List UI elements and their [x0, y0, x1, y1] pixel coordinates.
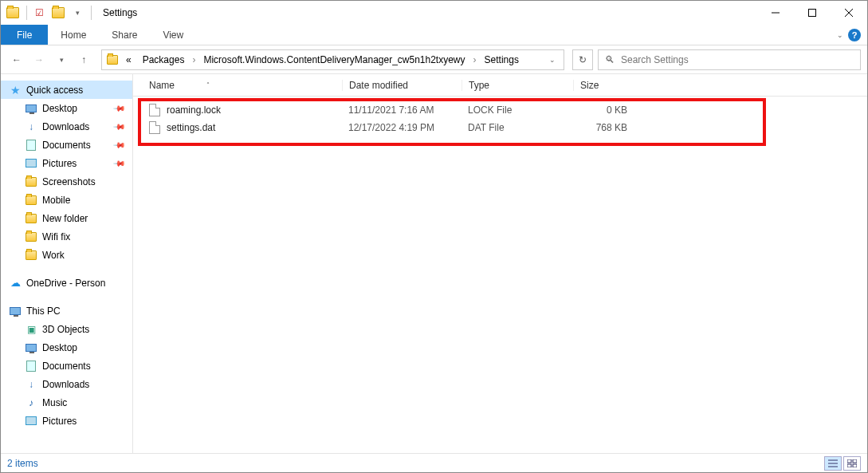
column-type[interactable]: Type	[461, 80, 573, 91]
pictures-icon	[25, 415, 37, 428]
sidebar-item-wifi-fix[interactable]: Wifi fix	[1, 227, 132, 246]
breadcrumb-item[interactable]: Packages	[138, 50, 190, 69]
desktop-icon	[25, 341, 37, 354]
sidebar-item-work[interactable]: Work	[1, 246, 132, 264]
sidebar-item-mobile[interactable]: Mobile	[1, 191, 132, 209]
sort-ascending-icon: ˄	[206, 81, 210, 89]
forward-button[interactable]: →	[29, 50, 49, 69]
sidebar-item-documents[interactable]: Documents	[1, 357, 132, 375]
downloads-icon: ↓	[25, 378, 37, 391]
tab-view[interactable]: View	[150, 25, 196, 45]
chevron-right-icon[interactable]: ›	[472, 54, 478, 65]
sidebar-item-music[interactable]: ♪Music	[1, 393, 132, 412]
svg-rect-1	[809, 10, 816, 17]
svg-rect-9	[847, 464, 851, 467]
breadcrumb-overflow[interactable]: «	[121, 50, 136, 69]
svg-rect-10	[853, 464, 857, 467]
breadcrumb-item[interactable]: Microsoft.Windows.ContentDeliveryManager…	[198, 50, 469, 69]
file-type: DAT File	[461, 122, 573, 133]
address-bar[interactable]: « Packages › Microsoft.Windows.ContentDe…	[101, 49, 564, 70]
column-headers: Name ˄ Date modified Type Size	[133, 74, 867, 97]
up-button[interactable]: ↑	[74, 50, 93, 69]
folder-icon	[25, 212, 37, 225]
file-name: settings.dat	[167, 122, 215, 133]
tab-share[interactable]: Share	[99, 25, 150, 45]
sidebar-quick-access[interactable]: ★ Quick access	[1, 81, 132, 99]
folder-icon	[25, 175, 37, 188]
folder-icon	[25, 249, 37, 262]
cloud-icon: ☁	[9, 277, 22, 290]
tab-home[interactable]: Home	[48, 25, 99, 45]
file-size: 0 KB	[573, 104, 637, 116]
sidebar-item-screenshots[interactable]: Screenshots	[1, 172, 132, 191]
svg-rect-8	[853, 459, 857, 463]
recent-locations-button[interactable]: ▾	[52, 50, 71, 69]
sidebar-this-pc[interactable]: This PC	[1, 302, 132, 320]
ribbon-expand-icon[interactable]: ⌄	[837, 31, 843, 39]
file-list[interactable]: roaming.lock11/11/2021 7:16 AMLOCK File0…	[133, 97, 867, 136]
star-icon: ★	[9, 84, 22, 97]
address-folder-icon	[105, 55, 120, 65]
sidebar-item-pictures[interactable]: Pictures	[1, 412, 132, 430]
status-bar: 2 items	[1, 453, 867, 472]
pin-icon: 📌	[113, 120, 126, 132]
file-date: 11/11/2021 7:16 AM	[342, 104, 461, 116]
status-item-count: 2 items	[7, 458, 38, 469]
minimize-button[interactable]	[757, 1, 794, 25]
window-title: Settings	[103, 7, 137, 18]
search-box[interactable]: 🔍︎ Search Settings	[598, 49, 861, 70]
file-row[interactable]: roaming.lock11/11/2021 7:16 AMLOCK File0…	[133, 101, 867, 119]
refresh-button[interactable]: ↻	[572, 49, 593, 70]
column-size[interactable]: Size	[573, 80, 637, 91]
documents-icon	[25, 139, 37, 152]
ribbon: File Home Share View ⌄ ?	[1, 25, 867, 45]
qat-properties-icon[interactable]: ☑	[30, 4, 48, 22]
svg-rect-7	[847, 459, 851, 463]
column-name[interactable]: Name ˄	[143, 80, 342, 91]
column-date[interactable]: Date modified	[342, 80, 461, 91]
qat-customize-icon[interactable]: ▾	[69, 4, 86, 22]
sidebar-item-documents[interactable]: Documents📌	[1, 136, 132, 154]
view-large-icons-button[interactable]	[843, 456, 861, 471]
file-icon	[149, 104, 160, 116]
file-size: 768 KB	[573, 122, 637, 133]
file-icon	[149, 121, 160, 134]
file-date: 12/17/2022 4:19 PM	[342, 122, 461, 133]
title-bar: ☑ ▾ Settings	[1, 1, 867, 25]
tab-file[interactable]: File	[1, 25, 48, 45]
sidebar-item-downloads[interactable]: ↓Downloads📌	[1, 117, 132, 136]
view-details-button[interactable]	[824, 456, 842, 471]
file-name: roaming.lock	[167, 104, 221, 116]
sidebar-item-new-folder[interactable]: New folder	[1, 209, 132, 227]
3d-icon: ▣	[25, 323, 37, 336]
help-icon[interactable]: ?	[848, 29, 861, 41]
sidebar-onedrive[interactable]: ☁ OneDrive - Person	[1, 274, 132, 292]
back-button[interactable]: ←	[7, 50, 26, 69]
file-type: LOCK File	[461, 104, 573, 116]
music-icon: ♪	[25, 396, 37, 409]
file-row[interactable]: settings.dat12/17/2022 4:19 PMDAT File76…	[133, 119, 867, 136]
sidebar-item-pictures[interactable]: Pictures📌	[1, 154, 132, 172]
sidebar-item-3d-objects[interactable]: ▣3D Objects	[1, 320, 132, 338]
pin-icon: 📌	[113, 138, 126, 151]
close-button[interactable]	[831, 1, 867, 25]
address-dropdown-icon[interactable]: ⌄	[544, 56, 560, 64]
sidebar-item-downloads[interactable]: ↓Downloads	[1, 375, 132, 393]
folder-icon	[25, 194, 37, 207]
navigation-bar: ← → ▾ ↑ « Packages › Microsoft.Windows.C…	[1, 45, 867, 74]
documents-icon	[25, 360, 37, 372]
qat-new-folder-icon[interactable]	[49, 4, 67, 22]
maximize-button[interactable]	[794, 1, 831, 25]
search-icon: 🔍︎	[605, 54, 615, 65]
app-icon	[4, 4, 22, 22]
downloads-icon: ↓	[25, 120, 37, 133]
folder-icon	[25, 231, 37, 243]
pc-icon	[9, 305, 22, 317]
chevron-right-icon[interactable]: ›	[190, 54, 197, 65]
sidebar-item-desktop[interactable]: Desktop📌	[1, 99, 132, 117]
breadcrumb-item[interactable]: Settings	[480, 50, 524, 69]
pin-icon: 📌	[113, 156, 126, 169]
pictures-icon	[25, 157, 37, 170]
search-placeholder: Search Settings	[621, 54, 689, 65]
sidebar-item-desktop[interactable]: Desktop	[1, 338, 132, 357]
